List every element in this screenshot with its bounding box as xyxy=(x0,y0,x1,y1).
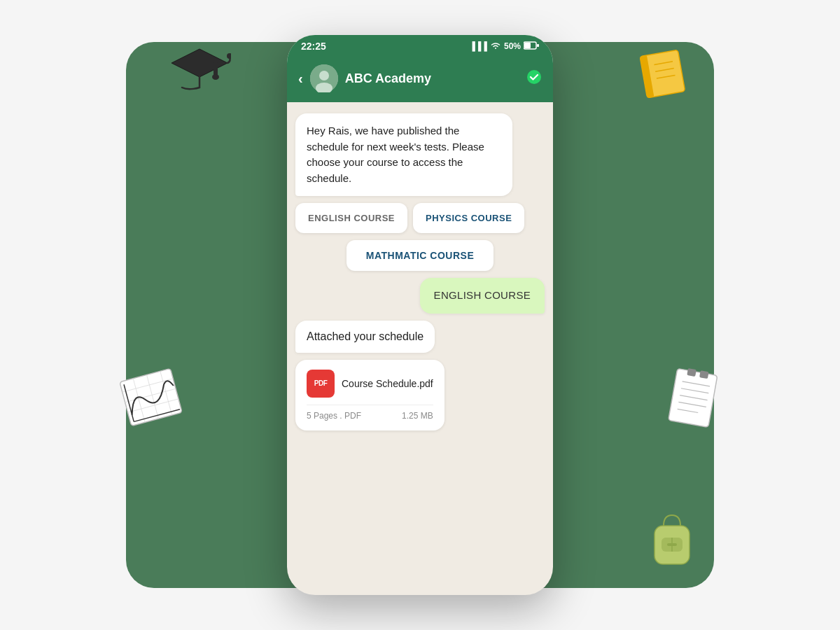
message-text-outgoing: ENGLISH COURSE xyxy=(434,289,531,301)
svg-rect-32 xyxy=(537,44,539,47)
signal-icon: ▐▐▐ xyxy=(469,41,487,51)
svg-point-34 xyxy=(319,71,329,80)
status-icons: ▐▐▐ 50% xyxy=(469,41,539,52)
chat-header: ‹ ABC Academy xyxy=(287,57,553,102)
course-buttons-row: ENGLISH COURSE PHYSICS COURSE xyxy=(295,203,524,233)
battery-icon xyxy=(524,41,539,52)
pdf-filename: Course Schedule.pdf xyxy=(342,378,433,389)
book-icon xyxy=(632,45,697,112)
svg-rect-31 xyxy=(524,43,531,48)
backpack-icon xyxy=(644,508,700,581)
svg-rect-24 xyxy=(687,368,696,377)
message-bubble-incoming-1: Hey Rais, we have published the schedule… xyxy=(295,113,512,196)
svg-rect-25 xyxy=(699,370,709,379)
message-text-1: Hey Rais, we have published the schedule… xyxy=(307,125,484,184)
english-course-button[interactable]: ENGLISH COURSE xyxy=(295,203,407,233)
svg-point-2 xyxy=(212,74,219,80)
back-button[interactable]: ‹ xyxy=(298,71,303,87)
pdf-meta-row: 5 Pages . PDF 1.25 MB xyxy=(307,405,433,421)
chat-body: Hey Rais, we have published the schedule… xyxy=(287,102,553,585)
phone-frame: 22:25 ▐▐▐ 50% ‹ xyxy=(287,35,553,595)
status-time: 22:25 xyxy=(301,41,326,52)
svg-point-3 xyxy=(227,53,231,59)
pdf-pages: 5 Pages . PDF xyxy=(307,411,361,421)
pdf-top-row: PDF Course Schedule.pdf xyxy=(307,370,433,398)
svg-marker-0 xyxy=(172,49,227,77)
avatar xyxy=(310,64,338,92)
battery-percent: 50% xyxy=(504,41,521,51)
message-bubble-attached: Attached your schedule xyxy=(295,321,435,353)
svg-rect-29 xyxy=(667,543,677,546)
physics-course-button[interactable]: PHYSICS COURSE xyxy=(413,203,524,233)
attached-title-text: Attached your schedule xyxy=(307,330,424,342)
chat-name: ABC Academy xyxy=(345,71,519,86)
pdf-icon: PDF xyxy=(307,370,335,398)
pdf-attachment[interactable]: PDF Course Schedule.pdf 5 Pages . PDF 1.… xyxy=(295,360,444,430)
verified-badge-icon xyxy=(526,69,542,88)
status-bar: 22:25 ▐▐▐ 50% xyxy=(287,35,553,57)
graduation-cap-icon xyxy=(168,42,231,108)
message-bubble-outgoing-1: ENGLISH COURSE xyxy=(420,278,545,314)
wifi-icon xyxy=(490,41,501,52)
mathmatic-course-button[interactable]: MATHMATIC COURSE xyxy=(346,240,493,271)
pdf-size: 1.25 MB xyxy=(402,411,433,421)
svg-point-36 xyxy=(527,70,541,84)
